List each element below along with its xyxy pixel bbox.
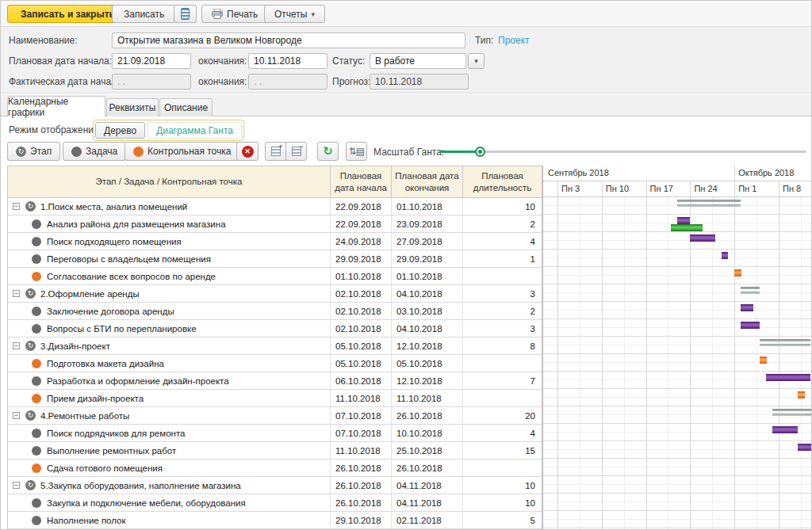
status-dropdown-button[interactable]: ▾ xyxy=(468,53,485,69)
gantt-midweek-gridline xyxy=(801,197,802,530)
add-stage-button[interactable]: ↻ Этап xyxy=(7,142,60,161)
view-mode-tree-button[interactable]: Дерево xyxy=(95,122,145,139)
collapse-icon[interactable]: − xyxy=(13,342,20,349)
table-row[interactable]: Выполнение ремонтных работ11.10.201825.1… xyxy=(8,442,542,459)
gantt-bar-milestone[interactable] xyxy=(734,269,741,276)
task-icon xyxy=(32,376,41,386)
collapse-icon[interactable]: − xyxy=(13,203,20,210)
task-icon xyxy=(32,219,41,229)
table-row[interactable]: −↻5.Закупка оборудования, наполнение маг… xyxy=(8,477,542,494)
table-row[interactable]: Сдача готового помещения26.10.201826.10.… xyxy=(8,459,542,477)
gantt-bar-stage[interactable] xyxy=(760,339,810,347)
task-label: 4.Ремонтные работы xyxy=(40,411,129,421)
add-task-button[interactable]: Задача xyxy=(63,142,126,161)
table-row[interactable]: Вопросы с БТИ по перепланировке02.10.201… xyxy=(8,320,542,337)
save-button[interactable]: Записать xyxy=(112,5,176,23)
table-row[interactable]: −↻4.Ремонтные работы07.10.201826.10.2018… xyxy=(8,407,542,425)
table-row[interactable]: Поиск подходящего помещения24.09.201827.… xyxy=(8,233,542,250)
gantt-bar-milestone[interactable] xyxy=(798,391,805,398)
type-link[interactable]: Проект xyxy=(498,35,530,46)
print-button[interactable]: Печать xyxy=(201,5,268,23)
gantt-row xyxy=(543,511,812,528)
gantt-row xyxy=(543,232,812,250)
tab-requisites[interactable]: Реквизиты xyxy=(106,98,159,116)
gantt-scale-slider-thumb[interactable] xyxy=(475,147,485,157)
gantt-bar-task[interactable] xyxy=(798,444,812,451)
table-row[interactable]: Поиск подрядчиков для ремонта07.10.20181… xyxy=(8,425,542,442)
gantt-bar-task[interactable] xyxy=(741,304,753,311)
collapse-icon[interactable]: − xyxy=(13,290,20,297)
table-row[interactable]: Разработка и оформление дизайн-проекта06… xyxy=(8,372,542,390)
gantt-row xyxy=(543,459,812,476)
duration-cell: 15 xyxy=(463,442,542,459)
stage-bar-line xyxy=(741,292,760,294)
stage-icon: ↻ xyxy=(16,147,26,157)
gantt-bar-task[interactable] xyxy=(677,217,690,224)
gantt-bar-task[interactable] xyxy=(722,252,728,259)
gantt-scale-slider-track[interactable] xyxy=(439,151,806,153)
table-row[interactable]: Прием дизайн-проекта11.10.201811.10.2018 xyxy=(8,390,542,407)
table-row[interactable]: −↻1.Поиск места, анализ помещений22.09.2… xyxy=(8,198,542,215)
gantt-row xyxy=(543,389,812,406)
plan-end-cell: 27.09.2018 xyxy=(392,233,463,250)
plan-start-label: Плановая дата начала: xyxy=(9,55,112,67)
gantt-bar-stage[interactable] xyxy=(772,409,812,417)
project-window: Записать и закрыть Записать Печать Отчет… xyxy=(0,0,812,530)
name-input[interactable]: Открытие магазина в Великом Новгороде xyxy=(112,32,465,48)
collapse-icon[interactable]: − xyxy=(13,482,20,489)
table-row[interactable]: Переговоры с владельцем помещения29.09.2… xyxy=(8,250,542,268)
gantt-row xyxy=(543,494,812,511)
table-row[interactable]: Согласование всех вопросов по аренде01.1… xyxy=(8,268,542,285)
table-row[interactable]: −↻3.Дизайн-проект05.10.201812.10.20188 xyxy=(8,337,542,355)
view-mode-gantt-button[interactable]: Диаграмма Ганта xyxy=(147,122,242,139)
column-header-name: Этап / Задача / Контрольная точка xyxy=(8,166,331,197)
delete-button[interactable]: ✕ xyxy=(236,142,259,161)
plan-end-cell: 05.10.2018 xyxy=(392,355,463,372)
levels-button[interactable]: ⇅▤ xyxy=(346,142,367,161)
plan-start-cell: 05.10.2018 xyxy=(331,355,392,372)
plan-end-cell: 04.11.2018 xyxy=(392,494,463,511)
plan-start-input[interactable]: 21.09.2018 xyxy=(112,53,191,69)
gantt-scale-slider-fill xyxy=(439,151,480,153)
indent-level-button[interactable]: + xyxy=(265,142,286,161)
plan-start-cell: 26.10.2018 xyxy=(331,477,392,494)
table-row[interactable]: −↻2.Оформление аренды02.10.201804.10.201… xyxy=(8,285,542,303)
table-row[interactable]: Заключение договора аренды02.10.201803.1… xyxy=(8,303,542,320)
task-name-cell: Наполнение полок xyxy=(8,512,331,528)
gantt-bar-milestone[interactable] xyxy=(760,357,767,364)
gantt-bar-progress[interactable] xyxy=(671,224,703,231)
table-row[interactable]: Наполнение полок29.10.201802.11.20185 xyxy=(8,512,542,529)
status-select[interactable]: В работе xyxy=(370,53,466,69)
task-icon xyxy=(32,237,41,246)
gantt-row xyxy=(543,476,812,494)
collapse-icon[interactable]: − xyxy=(13,412,20,419)
tab-description[interactable]: Описание xyxy=(159,98,213,116)
task-label: Прием дизайн-проекта xyxy=(47,394,144,403)
journal-button[interactable] xyxy=(174,5,197,23)
save-and-close-button[interactable]: Записать и закрыть xyxy=(7,5,128,23)
table-row[interactable]: Анализ района для размещения магазина22.… xyxy=(8,215,542,233)
task-label: Подготовка макета дизайна xyxy=(47,359,164,368)
fact-start-input[interactable]: . . xyxy=(112,74,191,90)
gantt-bar-stage[interactable] xyxy=(677,200,741,208)
gantt-bar-task[interactable] xyxy=(772,426,798,433)
plan-end-cell: 12.10.2018 xyxy=(392,372,463,389)
table-row[interactable]: Закупка и подключение мебели, оборудован… xyxy=(8,494,542,512)
table-row[interactable]: Подготовка макета дизайна05.10.201805.10… xyxy=(8,355,542,372)
gantt-midweek-gridline xyxy=(712,197,713,530)
fact-end-input[interactable]: . . xyxy=(248,74,327,90)
refresh-button[interactable]: ↻ xyxy=(317,142,339,161)
gantt-bar-task[interactable] xyxy=(766,374,810,381)
plan-end-cell: 23.09.2018 xyxy=(392,215,463,232)
tab-calendar-schedules[interactable]: Календарные графики xyxy=(7,96,105,116)
task-name-cell: −↻2.Оформление аренды xyxy=(8,285,331,302)
reports-button[interactable]: Отчеты ▾ xyxy=(264,5,325,23)
add-milestone-button[interactable]: Контрольная точка xyxy=(124,142,239,161)
outdent-level-button[interactable]: − xyxy=(285,142,307,161)
plan-end-input[interactable]: 10.11.2018 xyxy=(248,53,327,69)
gantt-bar-task[interactable] xyxy=(690,234,715,242)
gantt-bar-task[interactable] xyxy=(741,322,760,329)
gantt-bar-stage[interactable] xyxy=(741,287,760,295)
printer-icon xyxy=(212,9,223,19)
forecast-input[interactable]: 10.11.2018 xyxy=(370,74,469,90)
